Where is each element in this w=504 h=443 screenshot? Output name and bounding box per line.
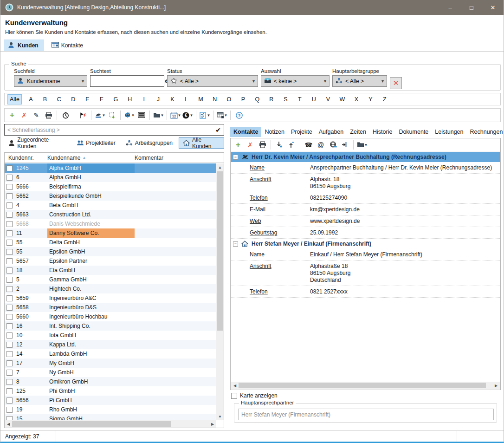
- contact-group-header[interactable]: −Herr Stefan Meyer / Einkauf (Firmenansc…: [231, 239, 500, 249]
- euro-button[interactable]: €▾: [182, 110, 193, 121]
- scroll-down-icon[interactable]: ▼: [216, 413, 224, 420]
- alphabet-filter-t[interactable]: T: [295, 95, 305, 104]
- alphabet-filter-e[interactable]: E: [82, 95, 92, 104]
- chevron-down-icon[interactable]: ▾: [365, 143, 367, 147]
- confirm-check-icon[interactable]: ✔: [215, 126, 221, 134]
- hauptarbeitsgruppe-dropdown[interactable]: < Alle >▾: [332, 75, 387, 87]
- row-checkbox[interactable]: [6, 193, 13, 199]
- row-checkbox[interactable]: [6, 249, 13, 255]
- row-checkbox[interactable]: [6, 379, 13, 385]
- row-checkbox[interactable]: [6, 212, 13, 218]
- chevron-down-icon[interactable]: ▾: [207, 113, 210, 117]
- show-map-checkbox[interactable]: Karte anzeigen: [231, 392, 278, 399]
- row-checkbox[interactable]: [6, 323, 13, 329]
- table-row[interactable]: 5656Pi GmbH: [5, 396, 216, 405]
- row-checkbox[interactable]: [6, 230, 13, 236]
- phone-button[interactable]: ☎: [303, 139, 314, 150]
- folder-button[interactable]: ▾: [356, 139, 368, 150]
- table-row[interactable]: 5668Danis Webschmiede: [5, 219, 216, 228]
- detail-tab-rechnungen[interactable]: Rechnungen: [467, 127, 504, 137]
- row-checkbox[interactable]: [6, 397, 13, 404]
- table-save-button[interactable]: ▾: [216, 110, 227, 121]
- detail-tab-kontakte[interactable]: Kontakte: [230, 127, 261, 137]
- report-button[interactable]: ▾: [94, 110, 105, 121]
- table-row[interactable]: 5658Ingenieurbüro D&S: [5, 303, 216, 312]
- contact-field-label[interactable]: Anschrift: [250, 176, 310, 190]
- delete-button[interactable]: ✗: [19, 110, 30, 121]
- alphabet-filter-i[interactable]: I: [139, 95, 149, 104]
- column-header-kundenname[interactable]: Kundenname▲: [47, 155, 135, 161]
- alphabet-filter-y[interactable]: Y: [365, 95, 375, 104]
- contact-field-label[interactable]: Geburtstag: [250, 229, 310, 236]
- row-checkbox[interactable]: [6, 314, 13, 320]
- alphabet-filter-k[interactable]: K: [167, 95, 177, 104]
- vertical-scrollbar-thumb[interactable]: [217, 171, 223, 331]
- alphabet-filter-n[interactable]: N: [210, 95, 220, 104]
- alphabet-filter-f[interactable]: F: [97, 95, 107, 104]
- alphabet-filter-p[interactable]: P: [238, 95, 248, 104]
- contact-field-label[interactable]: Name: [250, 251, 310, 258]
- vertical-scrollbar[interactable]: ▲ ▼: [216, 163, 224, 420]
- delete-button[interactable]: ✗: [245, 139, 256, 150]
- scroll-right-icon[interactable]: ▶: [492, 382, 500, 389]
- scroll-up-icon[interactable]: ▲: [216, 163, 224, 171]
- scroll-left-icon[interactable]: ◀: [231, 382, 239, 389]
- detail-tab-leistungen[interactable]: Leistungen: [432, 127, 466, 137]
- row-checkbox[interactable]: [6, 305, 13, 311]
- row-checkbox[interactable]: [6, 360, 13, 366]
- clear-search-button[interactable]: ✕: [390, 77, 402, 89]
- view-tab-arbeitsgruppen[interactable]: Arbeitsgruppen: [122, 137, 177, 149]
- row-checkbox[interactable]: [6, 416, 13, 421]
- row-checkbox[interactable]: [6, 277, 13, 283]
- table-row[interactable]: 5663Construction Ltd.: [5, 210, 216, 219]
- column-header-kundennr[interactable]: Kundennr.: [5, 155, 47, 161]
- alphabet-filter-h[interactable]: H: [125, 95, 135, 104]
- table-row[interactable]: 5666Beispielfirma: [5, 182, 216, 191]
- detail-tab-aufgaben[interactable]: Aufgaben: [316, 127, 347, 137]
- row-checkbox[interactable]: [6, 332, 13, 339]
- chevron-down-icon[interactable]: ▾: [161, 113, 163, 117]
- alphabet-filter-v[interactable]: V: [323, 95, 333, 104]
- email-at-button[interactable]: @: [315, 139, 326, 150]
- status-dropdown[interactable]: < Alle >▾: [167, 75, 258, 87]
- contact-field-label[interactable]: Telefon: [250, 288, 310, 295]
- checklist-button[interactable]: ▾: [199, 110, 210, 121]
- row-checkbox[interactable]: [6, 165, 13, 171]
- main-contact-input[interactable]: [238, 409, 494, 420]
- table-row[interactable]: 6Alpha GmbH: [5, 173, 216, 182]
- table-row[interactable]: 4Beta GmbH: [5, 201, 216, 210]
- export-contact-button[interactable]: [286, 139, 297, 150]
- help-button[interactable]: ?: [233, 110, 245, 121]
- row-checkbox[interactable]: [6, 286, 13, 292]
- contact-field-label[interactable]: Name: [250, 164, 310, 171]
- table-row[interactable]: 5660Ingenieurbüro Hochbau: [5, 312, 216, 321]
- alphabet-filter-r[interactable]: R: [266, 95, 277, 104]
- detail-tab-dokumente[interactable]: Dokumente: [395, 127, 432, 137]
- table-row[interactable]: 5659Ingenieurbüro A&C: [5, 293, 216, 303]
- table-row[interactable]: 8Omikron GmbH: [5, 377, 216, 386]
- chevron-down-icon[interactable]: ▾: [225, 113, 227, 117]
- row-checkbox[interactable]: [6, 258, 13, 264]
- import-contact-button[interactable]: [274, 139, 285, 150]
- alphabet-filter-w[interactable]: W: [337, 95, 347, 104]
- detail-tab-historie[interactable]: Historie: [369, 127, 395, 137]
- detail-tab-projekte[interactable]: Projekte: [288, 127, 316, 137]
- table-row[interactable]: 5657Epsilon Partner: [5, 256, 216, 266]
- close-button[interactable]: ✕: [482, 0, 504, 15]
- scroll-left-icon[interactable]: ◀: [5, 420, 12, 428]
- tab-kontakte[interactable]: Kontakte: [48, 39, 89, 51]
- folder-button[interactable]: ▾: [153, 110, 164, 121]
- detail-tab-notizen[interactable]: Notizen: [261, 127, 287, 137]
- alphabet-filter-m[interactable]: M: [195, 95, 206, 104]
- minimize-button[interactable]: –: [439, 0, 461, 15]
- checkbox-box[interactable]: [231, 393, 237, 399]
- contact-field-label[interactable]: Anschrift: [250, 263, 310, 284]
- table-row[interactable]: 14Lambda GmbH: [5, 349, 216, 358]
- alphabet-filter-l[interactable]: L: [181, 95, 192, 104]
- table-row[interactable]: 19Rho GmbH: [5, 405, 216, 414]
- table-row[interactable]: 17My GmbH: [5, 358, 216, 368]
- row-checkbox[interactable]: [6, 240, 13, 246]
- horizontal-scrollbar[interactable]: ◀ ▶: [5, 420, 216, 428]
- alphabet-filter-o[interactable]: O: [224, 95, 234, 104]
- tab-kunden[interactable]: Kunden: [4, 39, 44, 51]
